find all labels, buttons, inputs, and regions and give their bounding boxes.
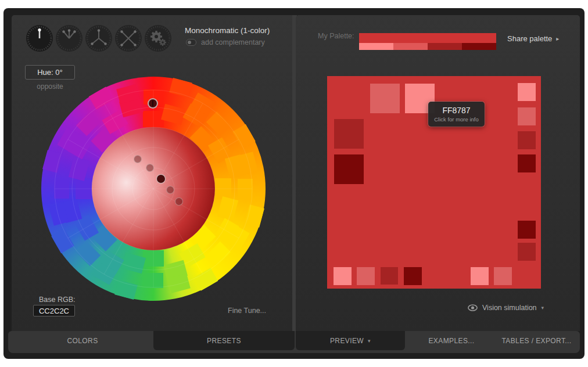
fine-tune-link[interactable]: Fine Tune... [228, 307, 266, 315]
preview-color-square[interactable] [518, 221, 536, 239]
tab-colors[interactable]: COLORS [12, 331, 153, 350]
preview-color-square[interactable] [334, 154, 364, 184]
freestyle-knob-icon[interactable] [145, 25, 171, 52]
vision-simulation-label: Vision simulation [482, 304, 537, 312]
shade-marker-handle[interactable] [146, 164, 154, 172]
share-palette-button[interactable]: Share palette ▸ [507, 34, 559, 43]
caret-right-icon: ▸ [556, 35, 559, 42]
tab-examples[interactable]: EXAMPLES... [408, 331, 494, 350]
share-palette-label: Share palette [507, 34, 552, 43]
preview-color-square[interactable] [381, 267, 398, 285]
preview-color-square[interactable] [518, 154, 536, 172]
preview-color-square[interactable] [370, 84, 400, 113]
preview-color-square[interactable] [334, 267, 352, 285]
scheme-type-knobs [26, 25, 171, 52]
left-panel: Monochromatic (1-color) add complementar… [12, 15, 294, 331]
preview-color-square[interactable] [494, 267, 512, 285]
preview-color-square[interactable] [471, 267, 489, 285]
shade-marker-handle[interactable] [134, 155, 142, 163]
hue-marker-handle[interactable] [148, 98, 158, 109]
preview-canvas[interactable]: FF8787 Click for more info [327, 76, 541, 289]
tooltip-hint: Click for more info [434, 116, 479, 123]
monochromatic-knob-icon[interactable] [26, 25, 53, 52]
my-palette-strip[interactable] [359, 33, 496, 50]
color-wheel[interactable] [41, 77, 266, 301]
palette-main-swatch[interactable] [359, 33, 496, 43]
palette-variant-swatch[interactable] [359, 43, 393, 50]
preview-color-square[interactable] [518, 107, 536, 125]
eye-icon [468, 304, 478, 311]
paletton-app: Monochromatic (1-color) add complementar… [0, 0, 588, 367]
saturation-brightness-sphere[interactable] [92, 127, 215, 250]
shade-marker-handle[interactable] [175, 197, 183, 206]
preview-color-square[interactable] [404, 267, 422, 285]
tab-presets[interactable]: PRESETS [153, 331, 295, 350]
base-rgb-input[interactable] [33, 305, 75, 316]
triad-knob-icon[interactable] [85, 25, 112, 52]
preview-color-square[interactable] [334, 119, 364, 149]
toggle-icon [186, 39, 196, 46]
right-panel: My Palette: Share palette ▸ FF8787 Click… [296, 15, 580, 331]
base-rgb-label: Base RGB: [39, 296, 76, 304]
preview-color-square[interactable] [518, 131, 536, 149]
adjacent-knob-icon[interactable] [56, 25, 83, 52]
shade-marker-main-handle[interactable] [156, 174, 166, 184]
shade-marker-handle[interactable] [166, 186, 174, 194]
palette-variant-swatch[interactable] [462, 43, 496, 50]
preview-color-square[interactable] [518, 83, 536, 101]
tab-tables-export[interactable]: TABLES / EXPORT... [494, 331, 579, 350]
app-window: Monochromatic (1-color) add complementar… [3, 8, 585, 359]
vision-simulation-dropdown[interactable]: Vision simulation ▾ [468, 304, 544, 312]
preview-color-square[interactable] [357, 267, 375, 285]
color-tooltip: FF8787 Click for more info [428, 102, 485, 127]
bottom-tab-strip: COLORS PRESETS PREVIEW ▾ EXAMPLES... TAB… [8, 331, 580, 353]
add-complementary-toggle[interactable]: add complementary [186, 38, 265, 46]
my-palette-label: My Palette: [318, 32, 354, 40]
tab-preview[interactable]: PREVIEW ▾ [296, 331, 405, 350]
palette-variant-row [359, 43, 496, 50]
palette-variant-swatch[interactable] [393, 43, 428, 50]
tooltip-hex-value: FF8787 [442, 106, 470, 115]
scheme-title: Monochromatic (1-color) [185, 26, 270, 35]
caret-down-icon: ▾ [542, 305, 544, 311]
palette-variant-swatch[interactable] [428, 43, 462, 50]
add-complementary-label: add complementary [201, 38, 265, 46]
preview-color-square[interactable] [518, 243, 536, 261]
caret-down-icon: ▾ [368, 338, 371, 344]
tetrad-knob-icon[interactable] [115, 25, 142, 52]
